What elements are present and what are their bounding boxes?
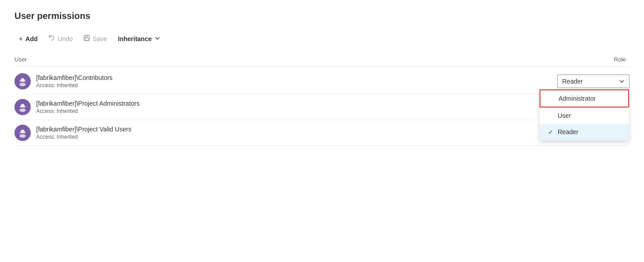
page-title: User permissions [14,11,630,21]
dropdown-item-reader[interactable]: ✓ Reader [540,124,629,140]
dropdown-option-label: Administrator [559,95,596,102]
table-row: [fabrikamfiber]\Project Administrators A… [14,94,630,120]
table-row: [fabrikamfiber]\Contributors Access: Inh… [14,69,630,94]
dropdown-chevron-icon [619,79,625,84]
svg-point-5 [20,80,22,82]
user-info: [fabrikamfiber]\Project Valid Users Acce… [36,126,132,140]
dropdown-menu: Administrator User ✓ Reader [539,89,630,140]
user-info: [fabrikamfiber]\Contributors Access: Inh… [36,74,113,89]
svg-point-9 [20,106,22,108]
table-header: User Role [14,52,630,67]
svg-rect-1 [85,35,88,37]
user-cell: [fabrikamfiber]\Contributors Access: Inh… [14,73,530,89]
user-access: Access: Inherited [36,108,140,114]
user-cell: [fabrikamfiber]\Project Valid Users Acce… [14,125,530,141]
user-access: Access: Inherited [36,134,132,140]
svg-point-10 [24,106,26,108]
add-button[interactable]: + Add [14,33,42,45]
user-name: [fabrikamfiber]\Contributors [36,74,113,81]
header-user: User [14,56,530,63]
avatar [14,125,31,141]
check-icon: ✓ [547,129,554,136]
svg-rect-2 [85,38,89,40]
user-name: [fabrikamfiber]\Project Administrators [36,100,140,107]
user-name: [fabrikamfiber]\Project Valid Users [36,126,132,133]
undo-label: Undo [57,35,72,42]
svg-point-4 [19,83,26,86]
inheritance-label: Inheritance [118,35,152,42]
undo-button[interactable]: Undo [44,32,77,45]
role-value: Reader [562,78,583,85]
dropdown-item-user[interactable]: User [540,108,629,124]
add-label: Add [25,35,38,42]
user-cell: [fabrikamfiber]\Project Administrators A… [14,99,530,115]
check-placeholder-user [547,112,554,119]
dropdown-option-label: Reader [558,128,578,136]
check-placeholder [548,95,555,102]
svg-point-12 [19,134,26,138]
dropdown-item-administrator[interactable]: Administrator [540,89,629,108]
save-button[interactable]: Save [79,32,112,45]
toolbar: + Add Undo Save Inheritance [14,32,630,45]
save-icon [84,35,90,42]
inheritance-chevron-icon [155,35,160,42]
user-info: [fabrikamfiber]\Project Administrators A… [36,100,140,114]
role-cell: Reader Administrator User ✓ Reader [530,75,630,88]
save-label: Save [93,35,107,42]
undo-icon [48,35,55,42]
avatar [14,73,31,89]
avatar [14,99,31,115]
table-row: [fabrikamfiber]\Project Valid Users Acce… [14,120,630,146]
svg-point-13 [20,131,22,134]
user-access: Access: Inherited [36,82,113,89]
add-icon: + [19,35,23,42]
svg-point-14 [24,131,26,134]
dropdown-option-label: User [558,112,571,119]
header-role: Role [530,56,630,63]
inheritance-button[interactable]: Inheritance [114,33,165,45]
svg-point-8 [19,108,26,112]
svg-point-6 [24,80,26,82]
role-dropdown[interactable]: Reader [557,75,630,88]
